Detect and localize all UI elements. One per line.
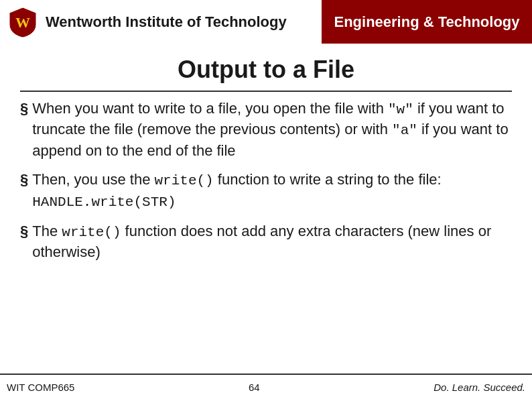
footer-tagline: Do. Learn. Succeed. [434,382,525,393]
footer: WIT COMP665 64 Do. Learn. Succeed. [0,374,532,399]
bullet-item-1: § When you want to write to a file, you … [20,99,512,160]
logo-area: W Wentworth Institute of Technology [7,6,287,38]
header-right: Engineering & Technology [322,0,532,44]
header: W Wentworth Institute of Technology Engi… [0,0,532,44]
bullet-item-3: § The write() function does not add any … [20,221,512,262]
bullet-marker-1: § [20,99,28,119]
page-title-area: Output to a File [20,50,512,88]
bullet-list: § When you want to write to a file, you … [20,99,512,368]
bullet-text-3: The write() function does not add any ex… [32,221,512,262]
svg-text:W: W [15,14,30,31]
main-content: Output to a File § When you want to writ… [0,44,532,368]
footer-course: WIT COMP665 [7,382,74,393]
header-left: W Wentworth Institute of Technology [0,0,322,44]
bullet-marker-2: § [20,170,28,190]
bullet-marker-3: § [20,221,28,241]
slide: W Wentworth Institute of Technology Engi… [0,0,532,399]
bullet-item-2: § Then, you use the write() function to … [20,170,512,212]
title-divider [20,91,512,92]
bullet-text-1: When you want to write to a file, you op… [32,99,512,160]
institution-title: Wentworth Institute of Technology [46,13,287,31]
bullet-text-2: Then, you use the write() function to wr… [32,170,512,212]
wentworth-logo-icon: W [7,6,39,38]
header-subtitle: Engineering & Technology [334,13,519,31]
footer-page-number: 64 [249,382,260,393]
page-title: Output to a File [20,56,512,84]
